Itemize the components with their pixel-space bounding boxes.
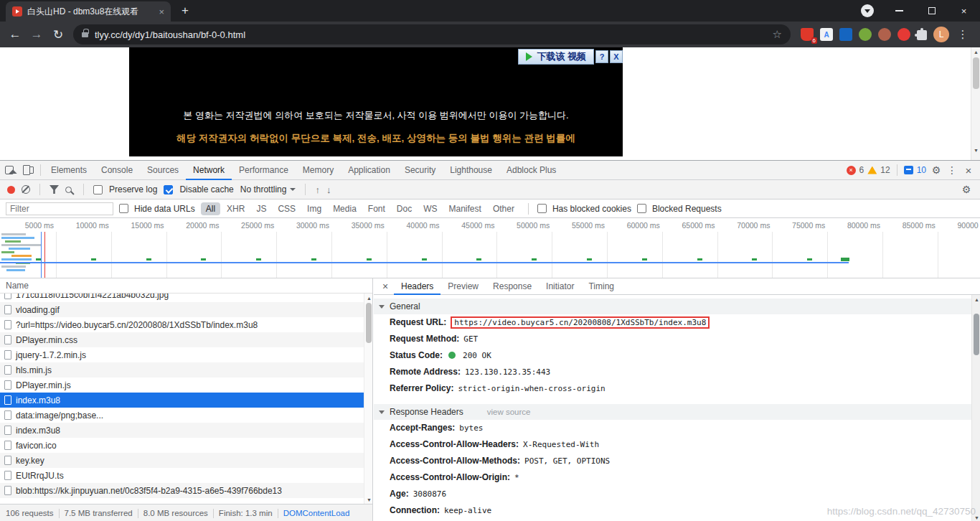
translate-icon[interactable]: A [820, 28, 833, 41]
filter-type-font[interactable]: Font [363, 202, 390, 215]
device-toolbar-button[interactable] [19, 161, 37, 179]
detail-close-icon[interactable]: × [377, 281, 394, 292]
blocked-requests-checkbox[interactable] [637, 204, 646, 213]
detail-tab-response[interactable]: Response [486, 278, 539, 295]
extension-icon-red[interactable] [897, 28, 910, 41]
general-section-header[interactable]: General [374, 299, 971, 314]
back-button[interactable]: ← [4, 24, 26, 45]
request-row[interactable]: index.m3u8 [0, 393, 372, 408]
scroll-down-icon[interactable]: ▼ [364, 495, 373, 504]
extension-icon-green[interactable] [859, 28, 872, 41]
issues-count[interactable]: 10 [917, 165, 926, 175]
filter-type-ws[interactable]: WS [418, 202, 442, 215]
detail-scrollbar[interactable]: ▲ ▼ [971, 295, 980, 521]
devtools-tab-adblock-plus[interactable]: Adblock Plus [499, 161, 563, 180]
response-headers-section-header[interactable]: Response Headers view source [374, 404, 971, 420]
scrollbar-thumb[interactable] [366, 303, 372, 343]
request-row[interactable]: hls.min.js [0, 362, 372, 377]
tab-close-icon[interactable]: × [159, 6, 164, 17]
detail-tab-preview[interactable]: Preview [440, 278, 486, 295]
url-text[interactable]: tlyy.cc/dy/dy1/baitoushan/bf-0-0.html [95, 29, 767, 40]
request-row[interactable]: favicon.ico [0, 438, 372, 453]
request-row[interactable]: DPlayer.min.css [0, 332, 372, 347]
page-scrollbar[interactable]: ▲ ▼ [971, 47, 980, 160]
address-bar[interactable]: tlyy.cc/dy/dy1/baitoushan/bf-0-0.html ☆ [73, 24, 791, 44]
reload-button[interactable]: ↻ [47, 24, 69, 45]
request-row[interactable]: data:image/png;base... [0, 408, 372, 423]
minimize-button[interactable] [883, 0, 915, 22]
network-overview-timeline[interactable]: 5000 ms10000 ms15000 ms20000 ms25000 ms3… [0, 218, 980, 278]
lock-icon[interactable] [82, 32, 88, 37]
blocked-requests-label[interactable]: Blocked Requests [652, 204, 722, 214]
request-row[interactable]: EUtRrqJU.ts [0, 468, 372, 483]
has-blocked-cookies-label[interactable]: Has blocked cookies [552, 204, 631, 214]
filter-type-media[interactable]: Media [328, 202, 362, 215]
detail-tab-initiator[interactable]: Initiator [539, 278, 581, 295]
inspect-element-button[interactable] [0, 161, 19, 179]
import-har-icon[interactable]: ↑ [315, 184, 320, 195]
filter-type-css[interactable]: CSS [273, 202, 301, 215]
request-row[interactable]: key.key [0, 453, 372, 468]
warning-icon[interactable] [867, 166, 877, 174]
filter-type-img[interactable]: Img [302, 202, 326, 215]
view-source-link[interactable]: view source [487, 408, 531, 416]
request-row[interactable]: 171cd118f0115c0bf1f4221ab4b032d.jpg [0, 294, 372, 302]
hide-data-urls-label[interactable]: Hide data URLs [134, 204, 195, 214]
scrollbar-thumb[interactable] [973, 57, 979, 89]
filter-toggle-icon[interactable] [50, 185, 59, 194]
error-count[interactable]: 6 [859, 165, 864, 175]
request-list-scrollbar[interactable]: ▲ ▼ [364, 294, 372, 504]
scrollbar-thumb[interactable] [974, 314, 979, 355]
download-video-button[interactable]: 下载该 视频 [518, 49, 594, 65]
detail-tab-timing[interactable]: Timing [581, 278, 621, 295]
request-row[interactable]: vloading.gif [0, 302, 372, 317]
request-row[interactable]: ?url=https://video.buycar5.cn/20200808/1… [0, 317, 372, 332]
extension-icon-brown[interactable] [878, 28, 891, 41]
export-har-icon[interactable]: ↓ [326, 184, 331, 195]
devtools-settings-icon[interactable]: ⚙ [930, 164, 943, 176]
new-tab-button[interactable]: + [175, 1, 195, 21]
extensions-puzzle-icon[interactable] [917, 30, 927, 40]
request-row[interactable]: DPlayer.min.js [0, 377, 372, 393]
throttling-dropdown[interactable]: No throttling [240, 184, 296, 194]
filter-type-all[interactable]: All [201, 202, 220, 215]
browser-tab[interactable]: 白头山HD - dbm3u8在线观看 × [6, 1, 171, 22]
video-player[interactable]: 본 영화는 저작권법에 의하여 보호되는 저작물로서, 사적 이용 범위에서만 … [129, 47, 623, 156]
overlay-close-button[interactable]: X [610, 50, 623, 63]
detail-tab-headers[interactable]: Headers [394, 278, 440, 295]
devtools-tab-lighthouse[interactable]: Lighthouse [443, 161, 499, 180]
filter-type-js[interactable]: JS [251, 202, 271, 215]
bookmark-star-icon[interactable]: ☆ [773, 28, 782, 41]
disable-cache-checkbox[interactable] [164, 185, 173, 194]
request-row[interactable]: blob:https://kk.jinpuyuan.net/0c83f5f4-b… [0, 483, 372, 498]
filter-type-doc[interactable]: Doc [392, 202, 417, 215]
issues-icon[interactable] [904, 166, 913, 174]
name-column-header[interactable]: Name [0, 278, 372, 294]
scroll-down-icon[interactable]: ▼ [971, 146, 980, 154]
filter-type-manifest[interactable]: Manifest [444, 202, 486, 215]
filter-input[interactable] [6, 202, 113, 215]
devtools-menu-icon[interactable]: ⋮ [946, 164, 958, 176]
adblock-plus-icon[interactable]: 6 [801, 28, 814, 41]
devtools-tab-sources[interactable]: Sources [140, 161, 186, 180]
filter-type-xhr[interactable]: XHR [222, 202, 250, 215]
request-row[interactable]: jquery-1.7.2.min.js [0, 347, 372, 362]
extension-icon-blue[interactable] [839, 28, 852, 41]
devtools-tab-application[interactable]: Application [341, 161, 397, 180]
devtools-tab-memory[interactable]: Memory [296, 161, 341, 180]
close-window-button[interactable]: × [948, 0, 980, 22]
record-button[interactable] [7, 186, 15, 194]
devtools-tab-network[interactable]: Network [186, 161, 232, 180]
devtools-tab-console[interactable]: Console [94, 161, 140, 180]
overlay-help-button[interactable]: ? [595, 50, 608, 63]
hide-data-urls-checkbox[interactable] [119, 204, 128, 213]
network-settings-icon[interactable]: ⚙ [960, 184, 973, 195]
warning-count[interactable]: 12 [880, 165, 890, 175]
scroll-up-icon[interactable]: ▲ [972, 295, 980, 304]
devtools-close-icon[interactable]: × [961, 164, 976, 177]
preserve-log-label[interactable]: Preserve log [109, 184, 157, 194]
profile-avatar[interactable]: L [933, 27, 949, 42]
maximize-button[interactable] [915, 0, 948, 22]
account-circle-icon[interactable] [851, 0, 883, 22]
preserve-log-checkbox[interactable] [93, 185, 103, 194]
